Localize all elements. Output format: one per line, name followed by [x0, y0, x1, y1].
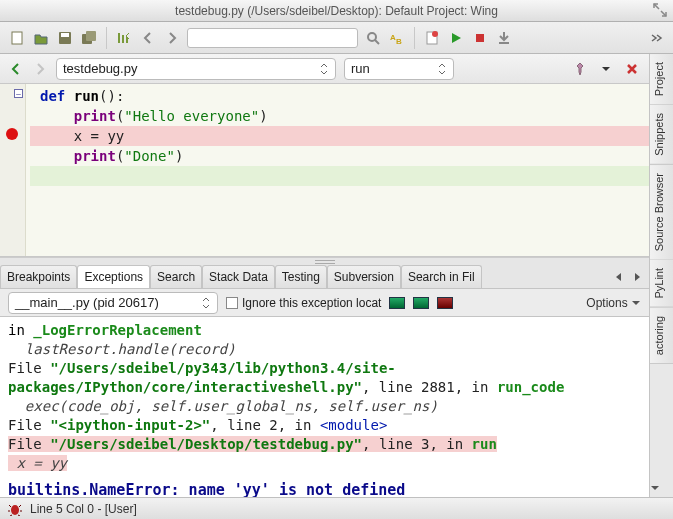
side-tab-source-browser[interactable]: Source Browser — [650, 165, 673, 260]
panel-options-menu[interactable]: Options — [586, 296, 641, 310]
code-editor[interactable]: − def run(): print("Hello everyone") x =… — [0, 84, 649, 257]
side-tab-pylint[interactable]: PyLint — [650, 260, 673, 308]
side-tab-refactoring[interactable]: actoring — [650, 308, 673, 364]
trace-line: File "<ipython-input-2>", line 2, in <mo… — [8, 416, 641, 435]
close-tab-icon[interactable] — [623, 60, 641, 78]
save-icon[interactable] — [56, 29, 74, 47]
spacer — [8, 473, 641, 481]
panel-tab-search[interactable]: Search — [150, 265, 202, 288]
chevron-updown-icon — [437, 62, 447, 76]
pin-icon[interactable] — [571, 60, 589, 78]
ignore-exception-checkbox[interactable]: Ignore this exception locat — [226, 296, 381, 310]
code-lines: def run(): print("Hello everyone") x = y… — [30, 84, 649, 186]
nav-forward-icon[interactable] — [32, 61, 48, 77]
nav-back-icon[interactable] — [8, 61, 24, 77]
status-bar: Line 5 Col 0 - [User] — [0, 497, 673, 519]
trace-line: lastResort.handle(record) — [8, 340, 641, 359]
exception-error-line: builtins.NameError: name 'yy' is not def… — [8, 481, 641, 497]
checkbox-icon — [226, 297, 238, 309]
search-icon[interactable] — [364, 29, 382, 47]
debug-run-icon[interactable] — [447, 29, 465, 47]
panel-tab-exceptions[interactable]: Exceptions — [77, 265, 150, 288]
debug-stop-icon[interactable] — [471, 29, 489, 47]
file-tab-bar: testdebug.py run — [0, 54, 649, 84]
svg-rect-4 — [86, 31, 96, 41]
svg-point-9 — [432, 31, 438, 37]
run-config-combo[interactable]: run — [344, 58, 454, 80]
code-line: print("Done") — [30, 146, 649, 166]
trace-line-current: File "/Users/sdeibel/Desktop/testdebug.p… — [8, 435, 641, 454]
svg-point-5 — [368, 33, 376, 41]
status-text: Line 5 Col 0 - [User] — [30, 502, 137, 516]
process-selector-value: __main__.py (pid 20617) — [15, 295, 159, 310]
flag-icon-1[interactable] — [389, 297, 405, 309]
toolbar-separator — [106, 27, 107, 49]
svg-text:B: B — [396, 37, 402, 46]
svg-rect-0 — [12, 32, 22, 44]
exceptions-toolbar: __main__.py (pid 20617) Ignore this exce… — [0, 289, 649, 317]
panel-tab-testing[interactable]: Testing — [275, 265, 327, 288]
window-title: testdebug.py (/Users/sdeibel/Desktop): D… — [175, 4, 498, 18]
panel-tab-stack-data[interactable]: Stack Data — [202, 265, 275, 288]
dropdown-icon[interactable] — [597, 60, 615, 78]
breakpoint-icon[interactable] — [6, 128, 18, 140]
panel-tabs-next-icon[interactable] — [629, 269, 645, 285]
panel-tab-breakpoints[interactable]: Breakpoints — [0, 265, 77, 288]
panel-tab-subversion[interactable]: Subversion — [327, 265, 401, 288]
side-tab-snippets[interactable]: Snippets — [650, 105, 673, 165]
horizontal-splitter[interactable] — [0, 257, 649, 265]
search-files-icon[interactable]: AB — [388, 29, 406, 47]
code-line-current — [30, 166, 649, 186]
trace-line: x = yy — [8, 454, 641, 473]
open-file-icon[interactable] — [32, 29, 50, 47]
new-file-icon[interactable] — [8, 29, 26, 47]
overflow-icon[interactable] — [647, 29, 665, 47]
panel-tabs-prev-icon[interactable] — [611, 269, 627, 285]
flag-icon-2[interactable] — [413, 297, 429, 309]
panel-tab-search-files[interactable]: Search in Fil — [401, 265, 482, 288]
flag-icon-3[interactable] — [437, 297, 453, 309]
forward-icon[interactable] — [163, 29, 181, 47]
bookmark-icon[interactable] — [423, 29, 441, 47]
run-config-value: run — [351, 61, 370, 76]
code-line: print("Hello everyone") — [30, 106, 649, 126]
trace-line: in _LogErrorReplacement — [8, 321, 641, 340]
maximize-icon[interactable] — [653, 3, 667, 17]
trace-line: exec(code_obj, self.user_global_ns, self… — [8, 397, 641, 416]
toolbar-separator-2 — [414, 27, 415, 49]
bug-icon[interactable] — [8, 502, 22, 516]
svg-rect-10 — [476, 34, 484, 42]
code-line: def run(): — [30, 86, 649, 106]
file-selector-combo[interactable]: testdebug.py — [56, 58, 336, 80]
svg-point-12 — [11, 505, 19, 515]
svg-rect-2 — [61, 33, 69, 37]
editor-gutter[interactable]: − — [0, 84, 26, 256]
code-line-error: x = yy — [30, 126, 649, 146]
save-all-icon[interactable] — [80, 29, 98, 47]
search-input[interactable] — [187, 28, 358, 48]
ignore-exception-label: Ignore this exception locat — [242, 296, 381, 310]
right-side-tab-bar: Project Snippets Source Browser PyLint a… — [649, 54, 673, 497]
window-titlebar: testdebug.py (/Users/sdeibel/Desktop): D… — [0, 0, 673, 22]
goto-icon[interactable] — [115, 29, 133, 47]
panel-tab-bar: Breakpoints Exceptions Search Stack Data… — [0, 265, 649, 289]
options-label: Options — [586, 296, 627, 310]
back-icon[interactable] — [139, 29, 157, 47]
debug-step-icon[interactable] — [495, 29, 513, 47]
file-selector-value: testdebug.py — [63, 61, 137, 76]
svg-rect-11 — [499, 42, 509, 44]
side-tab-dropdown-icon[interactable] — [650, 479, 673, 497]
grip-icon — [315, 260, 335, 264]
trace-line: File "/Users/sdeibel/py343/lib/python3.4… — [8, 359, 641, 397]
main-toolbar: AB — [0, 22, 673, 54]
chevron-updown-icon — [201, 296, 211, 310]
fold-toggle-icon[interactable]: − — [14, 89, 23, 98]
side-tab-project[interactable]: Project — [650, 54, 673, 105]
side-tab-spacer — [650, 364, 673, 479]
process-selector-combo[interactable]: __main__.py (pid 20617) — [8, 292, 218, 314]
chevron-updown-icon — [319, 62, 329, 76]
traceback-view[interactable]: in _LogErrorReplacement lastResort.handl… — [0, 317, 649, 497]
